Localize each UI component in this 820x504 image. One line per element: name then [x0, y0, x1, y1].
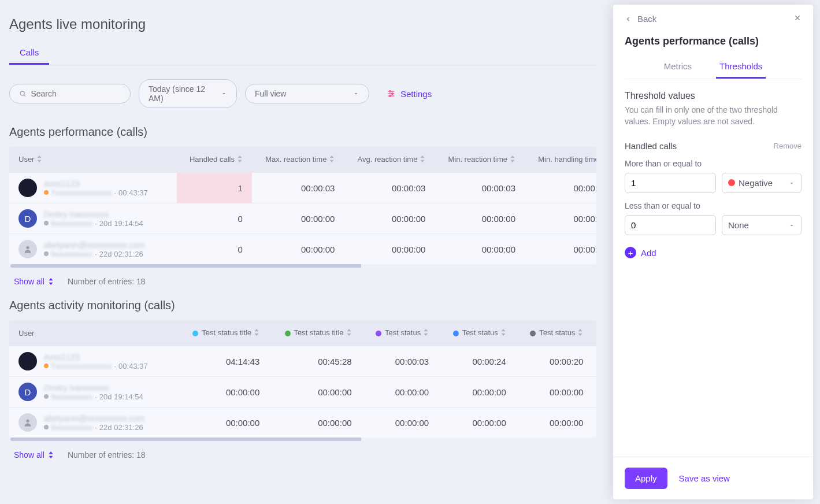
user-name: Dmitry Ivanxxxxxx [44, 383, 143, 392]
sort-icon [510, 155, 515, 162]
page-title: Agents live monitoring [0, 0, 606, 42]
lte-input[interactable] [625, 215, 716, 235]
table-row[interactable]: abelyanin@xxxxxxxxxx.com 9xxxxxxxxxx · 2… [9, 407, 596, 438]
activity-header-row: UserTest status titleTest status titleTe… [9, 320, 596, 346]
cell-handled: 0 [177, 203, 252, 234]
perf-footer: Show all Number of entries: 18 [0, 268, 606, 295]
status-dot-icon [44, 394, 49, 399]
col-max[interactable]: Max. reaction time [252, 147, 344, 173]
user-subline: Txxxxxxxxxxxxxxx · 00:43:37 [44, 188, 148, 197]
cell-extra [592, 346, 596, 377]
cell-min: 00:00:00 [435, 203, 525, 234]
svg-point-6 [392, 93, 394, 95]
cell-user: abelyanin@xxxxxxxxxx.com 9xxxxxxxxxx · 2… [9, 234, 177, 265]
user-name: abelyanin@xxxxxxxxxx.com [44, 240, 145, 250]
col-activity[interactable]: Test status title [177, 320, 269, 346]
col-avg[interactable]: Avg. reaction time [344, 147, 435, 173]
gte-input[interactable] [625, 173, 716, 193]
threshold-desc: You can fill in only one of the two thre… [625, 105, 802, 127]
sort-icon [237, 155, 243, 162]
settings-button[interactable]: Settings [387, 89, 432, 99]
cell-c3: 00:00:00 [361, 377, 439, 407]
status-dot-icon [192, 331, 198, 336]
date-range-label: Today (since 12 AM) [149, 84, 216, 103]
table-row[interactable]: DDmitry Ivanxxxxxx 9xxxxxxxxxx · 20d 19:… [9, 203, 596, 234]
view-mode-select[interactable]: Full view [245, 84, 369, 103]
user-cell: DDmitry Ivanxxxxxx 9xxxxxxxxxx · 20d 19:… [18, 209, 168, 228]
add-button[interactable]: + Add [625, 247, 802, 258]
table-row[interactable]: abelyanin@xxxxxxxxxx.com 9xxxxxxxxxx · 2… [9, 234, 596, 265]
cell-user: DDmitry Ivanxxxxxx 9xxxxxxxxxx · 20d 19:… [9, 377, 177, 407]
avatar: D [18, 383, 37, 401]
perf-table: User Handled calls Max. reaction time Av… [9, 147, 596, 264]
sort-icon [36, 155, 42, 162]
close-button[interactable] [793, 14, 802, 24]
negative-dot-icon [728, 179, 735, 186]
col-activity[interactable]: Test status [438, 320, 515, 346]
show-all-button[interactable]: Show all [14, 450, 54, 459]
col-minh[interactable]: Min. handling time [525, 147, 596, 173]
lte-color-select[interactable]: None [722, 215, 802, 235]
cell-c1: 00:00:00 [177, 377, 269, 407]
toolbar: Today (since 12 AM) Full view Settings [0, 65, 606, 122]
table-row[interactable]: Axxx1123 Txxxxxxxxxxxxxxx · 00:43:37100:… [9, 173, 596, 203]
back-button[interactable]: Back [625, 14, 656, 24]
user-subline: 9xxxxxxxxxx · 22d 02:31:26 [44, 250, 145, 258]
chevron-down-icon [788, 222, 795, 229]
col-activity[interactable]: 0gggg [592, 320, 596, 346]
search-input[interactable] [31, 89, 121, 98]
cell-max: 00:00:03 [252, 173, 344, 203]
remove-button[interactable]: Remove [774, 142, 802, 150]
chevron-left-icon [625, 16, 632, 23]
status-dot-icon [44, 190, 49, 195]
sort-icon [254, 329, 259, 336]
cell-avg: 00:00:03 [344, 173, 435, 203]
col-min[interactable]: Min. reaction time [435, 147, 525, 173]
view-mode-label: Full view [255, 89, 286, 98]
sort-icon [420, 155, 425, 162]
tab-metrics[interactable]: Metrics [661, 55, 695, 79]
tab-thresholds[interactable]: Thresholds [716, 55, 766, 79]
entry-count: Number of entries: 18 [68, 450, 146, 459]
col-activity[interactable]: Test status title [269, 320, 361, 346]
activity-table-wrap: UserTest status titleTest status titleTe… [9, 320, 596, 438]
perf-header-row: User Handled calls Max. reaction time Av… [9, 147, 596, 173]
status-dot-icon [44, 364, 49, 368]
user-icon [23, 244, 32, 254]
cell-max: 00:00:00 [252, 234, 344, 265]
cell-extra [592, 377, 596, 407]
col-activity[interactable]: Test status [515, 320, 593, 346]
apply-button[interactable]: Apply [625, 468, 667, 489]
cell-avg: 00:00:00 [344, 234, 435, 265]
cell-user: Axxx1123 Txxxxxxxxxxxxxxx · 00:43:37 [9, 173, 177, 203]
svg-point-8 [26, 246, 29, 249]
tab-calls[interactable]: Calls [9, 42, 49, 65]
user-name: Axxx1123 [44, 353, 148, 362]
chevron-down-icon [353, 90, 359, 97]
col-activity[interactable]: Test status [361, 320, 439, 346]
col-user[interactable]: User [9, 147, 177, 173]
cell-c2: 00:00:00 [269, 407, 361, 438]
show-all-button[interactable]: Show all [14, 277, 54, 286]
chevron-down-icon [221, 90, 227, 97]
cell-c4: 00:00:00 [438, 377, 515, 407]
search-input-wrap[interactable] [9, 84, 131, 103]
sort-icon [577, 329, 583, 336]
avatar [18, 240, 37, 258]
expand-icon [48, 451, 54, 458]
table-row[interactable]: Axxx1123 Txxxxxxxxxxxxxxx · 00:43:3704:1… [9, 346, 596, 377]
save-view-button[interactable]: Save as view [679, 473, 730, 483]
cell-minh: 00:00:00 [525, 234, 596, 265]
status-dot-icon [376, 331, 381, 336]
date-range-select[interactable]: Today (since 12 AM) [139, 79, 237, 108]
gte-color-select[interactable]: Negative [722, 173, 802, 193]
panel-footer: Apply Save as view [613, 457, 813, 499]
metric-header: Handled calls Remove [625, 141, 802, 151]
table-row[interactable]: DDmitry Ivanxxxxxx 9xxxxxxxxxx · 20d 19:… [9, 377, 596, 407]
user-name: Axxx1123 [44, 179, 148, 188]
col-handled[interactable]: Handled calls [177, 147, 252, 173]
chevron-down-icon [788, 180, 795, 187]
plus-icon: + [625, 247, 636, 258]
col-activity[interactable]: User [9, 320, 177, 346]
panel-body: Threshold values You can fill in only on… [613, 79, 813, 457]
